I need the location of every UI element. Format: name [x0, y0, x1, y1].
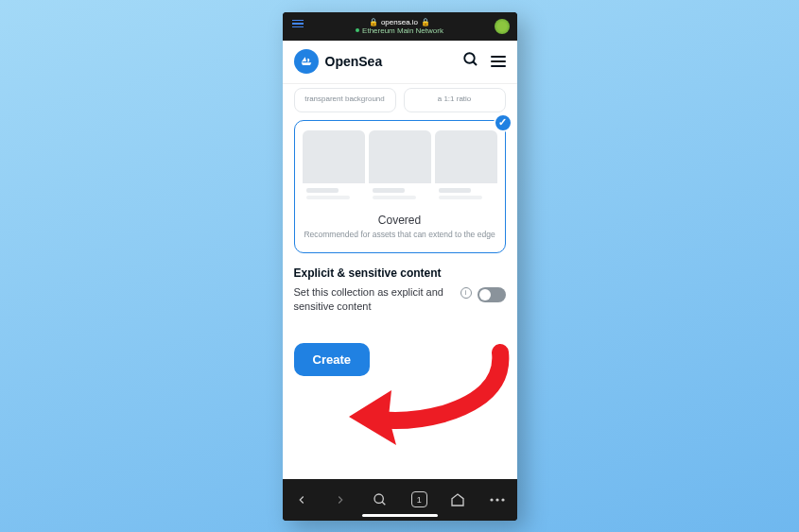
- covered-description: Recommended for assets that can extend t…: [303, 230, 497, 241]
- lock-icon-2: 🔒: [421, 18, 430, 26]
- explicit-label: Set this collection as explicit and sens…: [294, 285, 455, 315]
- app-header: OpenSea: [283, 41, 517, 84]
- toggle-knob: [479, 289, 491, 300]
- svg-line-1: [473, 61, 477, 65]
- preview-thumbnails: [303, 130, 497, 204]
- svg-point-5: [495, 498, 498, 501]
- svg-line-3: [382, 502, 385, 505]
- selected-check-icon: ✓: [494, 113, 512, 132]
- create-button[interactable]: Create: [294, 343, 370, 376]
- dots-icon: [490, 498, 505, 502]
- home-indicator: [362, 514, 438, 517]
- svg-point-2: [374, 494, 383, 503]
- explicit-toggle-row: Set this collection as explicit and sens…: [294, 285, 506, 315]
- search-button[interactable]: [462, 51, 479, 72]
- chevron-right-icon: [334, 493, 347, 506]
- lock-icon: 🔒: [369, 18, 378, 26]
- back-button[interactable]: [287, 485, 317, 515]
- option-card-covered[interactable]: ✓ Covered Recommended for assets that ca…: [294, 120, 506, 253]
- explicit-heading: Explicit & sensitive content: [294, 266, 506, 280]
- display-option-row: transparent background a 1:1 ratio: [294, 88, 506, 112]
- more-button[interactable]: [482, 485, 512, 515]
- option-card-desc: transparent background: [304, 94, 385, 103]
- network-dot-icon: [356, 28, 359, 32]
- network-indicator: Ethereum Main Network: [356, 26, 443, 35]
- page-content: transparent background a 1:1 ratio ✓ Cov…: [283, 84, 517, 479]
- svg-point-6: [501, 498, 504, 501]
- explicit-toggle[interactable]: [478, 287, 506, 302]
- chevron-left-icon: [295, 493, 308, 506]
- network-name: Ethereum Main Network: [362, 26, 443, 35]
- svg-point-0: [464, 53, 475, 63]
- phone-frame: 🔒 opensea.io 🔒 Ethereum Main Network Ope…: [283, 12, 517, 521]
- url-text: opensea.io: [381, 18, 418, 26]
- address-bar[interactable]: 🔒 opensea.io 🔒: [369, 18, 430, 26]
- menu-button[interactable]: [491, 56, 506, 67]
- tab-count-icon: 1: [411, 491, 427, 507]
- home-button[interactable]: [443, 485, 473, 515]
- home-icon: [450, 492, 465, 507]
- covered-title: Covered: [303, 214, 497, 227]
- brand-logo[interactable]: OpenSea: [294, 49, 383, 74]
- option-card-desc: a 1:1 ratio: [438, 94, 472, 103]
- search-icon: [462, 51, 479, 68]
- search-icon: [373, 492, 388, 507]
- extension-menu-icon[interactable]: [292, 20, 304, 28]
- search-nav-button[interactable]: [365, 485, 395, 515]
- browser-chrome-top: 🔒 opensea.io 🔒 Ethereum Main Network: [283, 12, 517, 41]
- thumbnail: [369, 130, 431, 204]
- thumbnail: [435, 130, 497, 204]
- thumbnail: [303, 130, 365, 204]
- wallet-avatar[interactable]: [495, 19, 510, 34]
- option-card-padded[interactable]: a 1:1 ratio: [404, 88, 506, 112]
- tabs-button[interactable]: 1: [404, 485, 434, 515]
- forward-button[interactable]: [325, 485, 356, 515]
- brand-name: OpenSea: [325, 54, 383, 69]
- hamburger-icon: [491, 56, 506, 58]
- option-card-contained[interactable]: transparent background: [294, 88, 396, 112]
- svg-point-4: [490, 498, 493, 501]
- opensea-logo-icon: [294, 49, 319, 74]
- info-icon[interactable]: i: [460, 287, 472, 299]
